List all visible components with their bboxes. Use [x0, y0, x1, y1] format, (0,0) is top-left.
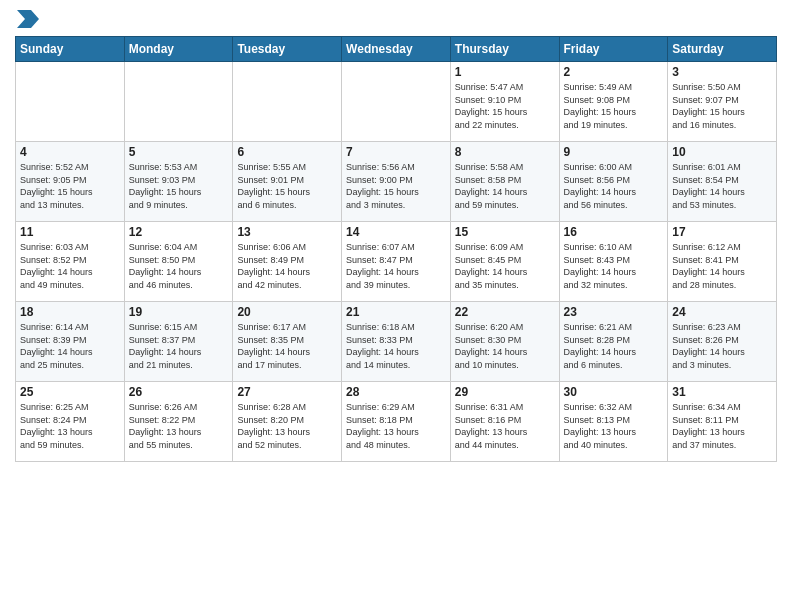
calendar-cell: 29Sunrise: 6:31 AM Sunset: 8:16 PM Dayli… — [450, 382, 559, 462]
calendar-cell: 31Sunrise: 6:34 AM Sunset: 8:11 PM Dayli… — [668, 382, 777, 462]
calendar-cell: 25Sunrise: 6:25 AM Sunset: 8:24 PM Dayli… — [16, 382, 125, 462]
day-info: Sunrise: 6:23 AM Sunset: 8:26 PM Dayligh… — [672, 321, 772, 371]
day-info: Sunrise: 6:01 AM Sunset: 8:54 PM Dayligh… — [672, 161, 772, 211]
weekday-header-friday: Friday — [559, 37, 668, 62]
day-info: Sunrise: 6:04 AM Sunset: 8:50 PM Dayligh… — [129, 241, 229, 291]
day-number: 17 — [672, 225, 772, 239]
svg-marker-0 — [17, 10, 39, 28]
day-info: Sunrise: 6:32 AM Sunset: 8:13 PM Dayligh… — [564, 401, 664, 451]
day-info: Sunrise: 6:28 AM Sunset: 8:20 PM Dayligh… — [237, 401, 337, 451]
calendar-header: SundayMondayTuesdayWednesdayThursdayFrid… — [16, 37, 777, 62]
calendar-cell — [233, 62, 342, 142]
logo-arrow-icon — [17, 10, 39, 28]
calendar-week-5: 25Sunrise: 6:25 AM Sunset: 8:24 PM Dayli… — [16, 382, 777, 462]
calendar-cell: 24Sunrise: 6:23 AM Sunset: 8:26 PM Dayli… — [668, 302, 777, 382]
day-number: 30 — [564, 385, 664, 399]
day-info: Sunrise: 5:49 AM Sunset: 9:08 PM Dayligh… — [564, 81, 664, 131]
day-number: 20 — [237, 305, 337, 319]
day-info: Sunrise: 6:29 AM Sunset: 8:18 PM Dayligh… — [346, 401, 446, 451]
day-info: Sunrise: 6:31 AM Sunset: 8:16 PM Dayligh… — [455, 401, 555, 451]
calendar-cell: 1Sunrise: 5:47 AM Sunset: 9:10 PM Daylig… — [450, 62, 559, 142]
day-info: Sunrise: 6:12 AM Sunset: 8:41 PM Dayligh… — [672, 241, 772, 291]
logo — [15, 10, 39, 28]
day-number: 7 — [346, 145, 446, 159]
day-number: 1 — [455, 65, 555, 79]
weekday-header-sunday: Sunday — [16, 37, 125, 62]
day-info: Sunrise: 5:47 AM Sunset: 9:10 PM Dayligh… — [455, 81, 555, 131]
day-number: 15 — [455, 225, 555, 239]
calendar-cell: 22Sunrise: 6:20 AM Sunset: 8:30 PM Dayli… — [450, 302, 559, 382]
day-number: 9 — [564, 145, 664, 159]
day-info: Sunrise: 6:15 AM Sunset: 8:37 PM Dayligh… — [129, 321, 229, 371]
day-info: Sunrise: 6:00 AM Sunset: 8:56 PM Dayligh… — [564, 161, 664, 211]
day-info: Sunrise: 5:52 AM Sunset: 9:05 PM Dayligh… — [20, 161, 120, 211]
weekday-header-thursday: Thursday — [450, 37, 559, 62]
day-number: 25 — [20, 385, 120, 399]
calendar-week-1: 1Sunrise: 5:47 AM Sunset: 9:10 PM Daylig… — [16, 62, 777, 142]
day-number: 16 — [564, 225, 664, 239]
weekday-header-monday: Monday — [124, 37, 233, 62]
day-info: Sunrise: 6:03 AM Sunset: 8:52 PM Dayligh… — [20, 241, 120, 291]
weekday-header-saturday: Saturday — [668, 37, 777, 62]
calendar-cell: 23Sunrise: 6:21 AM Sunset: 8:28 PM Dayli… — [559, 302, 668, 382]
day-info: Sunrise: 6:34 AM Sunset: 8:11 PM Dayligh… — [672, 401, 772, 451]
day-info: Sunrise: 6:26 AM Sunset: 8:22 PM Dayligh… — [129, 401, 229, 451]
weekday-header-tuesday: Tuesday — [233, 37, 342, 62]
calendar-cell: 8Sunrise: 5:58 AM Sunset: 8:58 PM Daylig… — [450, 142, 559, 222]
day-number: 24 — [672, 305, 772, 319]
day-number: 8 — [455, 145, 555, 159]
calendar-cell: 17Sunrise: 6:12 AM Sunset: 8:41 PM Dayli… — [668, 222, 777, 302]
calendar-body: 1Sunrise: 5:47 AM Sunset: 9:10 PM Daylig… — [16, 62, 777, 462]
calendar-cell — [124, 62, 233, 142]
day-info: Sunrise: 5:53 AM Sunset: 9:03 PM Dayligh… — [129, 161, 229, 211]
day-number: 3 — [672, 65, 772, 79]
day-info: Sunrise: 6:18 AM Sunset: 8:33 PM Dayligh… — [346, 321, 446, 371]
day-number: 26 — [129, 385, 229, 399]
day-number: 23 — [564, 305, 664, 319]
calendar-cell: 20Sunrise: 6:17 AM Sunset: 8:35 PM Dayli… — [233, 302, 342, 382]
calendar-cell: 3Sunrise: 5:50 AM Sunset: 9:07 PM Daylig… — [668, 62, 777, 142]
day-info: Sunrise: 5:56 AM Sunset: 9:00 PM Dayligh… — [346, 161, 446, 211]
day-number: 29 — [455, 385, 555, 399]
day-info: Sunrise: 5:58 AM Sunset: 8:58 PM Dayligh… — [455, 161, 555, 211]
day-number: 13 — [237, 225, 337, 239]
day-info: Sunrise: 5:55 AM Sunset: 9:01 PM Dayligh… — [237, 161, 337, 211]
calendar-cell: 26Sunrise: 6:26 AM Sunset: 8:22 PM Dayli… — [124, 382, 233, 462]
day-number: 21 — [346, 305, 446, 319]
calendar-cell — [16, 62, 125, 142]
calendar-cell: 16Sunrise: 6:10 AM Sunset: 8:43 PM Dayli… — [559, 222, 668, 302]
calendar-cell: 19Sunrise: 6:15 AM Sunset: 8:37 PM Dayli… — [124, 302, 233, 382]
day-number: 28 — [346, 385, 446, 399]
calendar-cell: 9Sunrise: 6:00 AM Sunset: 8:56 PM Daylig… — [559, 142, 668, 222]
day-info: Sunrise: 6:20 AM Sunset: 8:30 PM Dayligh… — [455, 321, 555, 371]
calendar-week-2: 4Sunrise: 5:52 AM Sunset: 9:05 PM Daylig… — [16, 142, 777, 222]
day-info: Sunrise: 6:10 AM Sunset: 8:43 PM Dayligh… — [564, 241, 664, 291]
day-info: Sunrise: 6:09 AM Sunset: 8:45 PM Dayligh… — [455, 241, 555, 291]
calendar-cell: 27Sunrise: 6:28 AM Sunset: 8:20 PM Dayli… — [233, 382, 342, 462]
calendar-cell — [342, 62, 451, 142]
day-info: Sunrise: 6:07 AM Sunset: 8:47 PM Dayligh… — [346, 241, 446, 291]
calendar-cell: 10Sunrise: 6:01 AM Sunset: 8:54 PM Dayli… — [668, 142, 777, 222]
calendar-cell: 18Sunrise: 6:14 AM Sunset: 8:39 PM Dayli… — [16, 302, 125, 382]
day-number: 31 — [672, 385, 772, 399]
calendar-cell: 21Sunrise: 6:18 AM Sunset: 8:33 PM Dayli… — [342, 302, 451, 382]
calendar-week-4: 18Sunrise: 6:14 AM Sunset: 8:39 PM Dayli… — [16, 302, 777, 382]
calendar-cell: 12Sunrise: 6:04 AM Sunset: 8:50 PM Dayli… — [124, 222, 233, 302]
calendar-cell: 30Sunrise: 6:32 AM Sunset: 8:13 PM Dayli… — [559, 382, 668, 462]
day-info: Sunrise: 6:14 AM Sunset: 8:39 PM Dayligh… — [20, 321, 120, 371]
day-number: 19 — [129, 305, 229, 319]
calendar-cell: 13Sunrise: 6:06 AM Sunset: 8:49 PM Dayli… — [233, 222, 342, 302]
day-number: 14 — [346, 225, 446, 239]
calendar-cell: 6Sunrise: 5:55 AM Sunset: 9:01 PM Daylig… — [233, 142, 342, 222]
day-info: Sunrise: 6:06 AM Sunset: 8:49 PM Dayligh… — [237, 241, 337, 291]
day-number: 5 — [129, 145, 229, 159]
calendar-cell: 15Sunrise: 6:09 AM Sunset: 8:45 PM Dayli… — [450, 222, 559, 302]
header — [15, 10, 777, 28]
calendar-cell: 11Sunrise: 6:03 AM Sunset: 8:52 PM Dayli… — [16, 222, 125, 302]
calendar-cell: 4Sunrise: 5:52 AM Sunset: 9:05 PM Daylig… — [16, 142, 125, 222]
day-number: 11 — [20, 225, 120, 239]
day-number: 12 — [129, 225, 229, 239]
day-number: 4 — [20, 145, 120, 159]
day-number: 2 — [564, 65, 664, 79]
day-info: Sunrise: 6:21 AM Sunset: 8:28 PM Dayligh… — [564, 321, 664, 371]
